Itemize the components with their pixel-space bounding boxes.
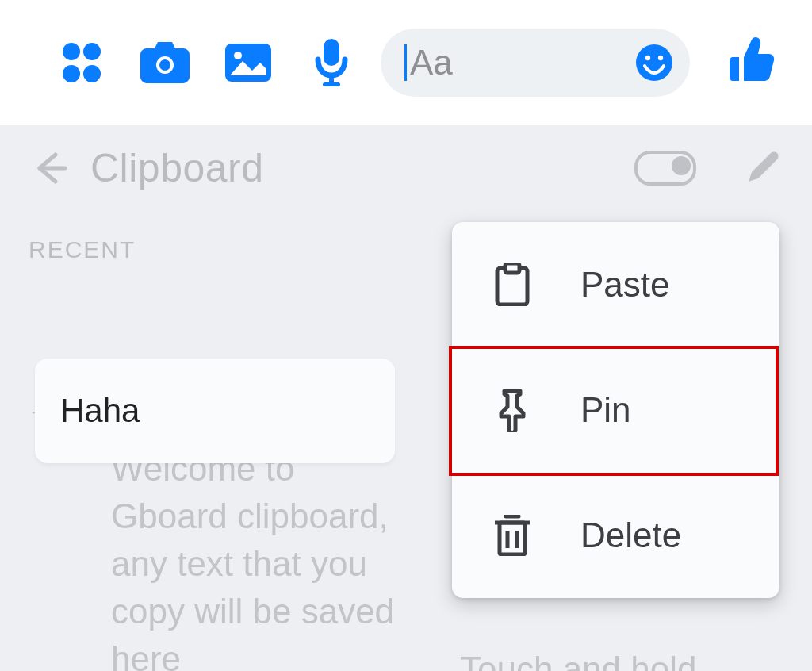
edit-pencil-icon[interactable] bbox=[744, 150, 780, 186]
svg-point-12 bbox=[645, 56, 650, 60]
clipboard-context-menu: Paste Pin Delete bbox=[452, 222, 779, 598]
clipboard-header: Clipboard bbox=[0, 125, 812, 211]
trash-icon bbox=[488, 515, 536, 556]
messenger-input-bar: Aa bbox=[0, 0, 812, 125]
svg-point-3 bbox=[83, 65, 101, 82]
svg-point-7 bbox=[234, 52, 242, 59]
svg-point-0 bbox=[63, 43, 80, 60]
svg-point-2 bbox=[63, 65, 80, 82]
svg-rect-10 bbox=[323, 82, 340, 86]
clipboard-recent-item[interactable]: Haha bbox=[35, 359, 395, 463]
svg-point-13 bbox=[658, 56, 663, 60]
context-menu-label: Paste bbox=[580, 265, 670, 305]
context-menu-label: Pin bbox=[580, 390, 631, 430]
svg-rect-6 bbox=[225, 44, 271, 82]
svg-point-1 bbox=[83, 43, 101, 60]
svg-rect-8 bbox=[324, 39, 339, 66]
svg-point-5 bbox=[159, 59, 170, 71]
context-menu-label: Delete bbox=[580, 516, 681, 555]
tip-text-left: Welcome to Gboard clipboard, any text th… bbox=[111, 445, 412, 671]
svg-rect-9 bbox=[329, 75, 334, 83]
pin-icon bbox=[488, 388, 536, 432]
context-menu-delete[interactable]: Delete bbox=[452, 473, 779, 598]
gallery-icon[interactable] bbox=[206, 23, 289, 102]
like-thumb-icon[interactable] bbox=[722, 33, 777, 89]
context-menu-paste[interactable]: Paste bbox=[452, 222, 779, 347]
back-arrow-icon[interactable] bbox=[32, 150, 68, 186]
section-recent-label: RECENT bbox=[29, 236, 136, 263]
clipboard-paste-icon bbox=[488, 263, 536, 306]
microphone-icon[interactable] bbox=[289, 23, 373, 102]
message-placeholder: Aa bbox=[410, 43, 636, 82]
message-input[interactable]: Aa bbox=[381, 29, 690, 97]
tip-text-right: Touch and hold bbox=[460, 646, 777, 671]
text-cursor bbox=[404, 44, 407, 81]
gboard-clipboard-panel: Clipboard RECENT TIPS Welcome to Gboard … bbox=[0, 125, 812, 671]
camera-icon[interactable] bbox=[123, 23, 206, 102]
svg-point-11 bbox=[636, 44, 672, 81]
clip-text: Haha bbox=[60, 392, 140, 430]
emoji-icon[interactable] bbox=[636, 44, 672, 81]
clipboard-toggle[interactable] bbox=[634, 151, 696, 186]
clipboard-title: Clipboard bbox=[90, 145, 264, 191]
apps-grid-icon[interactable] bbox=[40, 23, 123, 102]
context-menu-pin[interactable]: Pin bbox=[452, 347, 779, 473]
svg-rect-17 bbox=[500, 523, 525, 554]
svg-rect-16 bbox=[505, 263, 519, 273]
toggle-knob bbox=[672, 156, 691, 175]
